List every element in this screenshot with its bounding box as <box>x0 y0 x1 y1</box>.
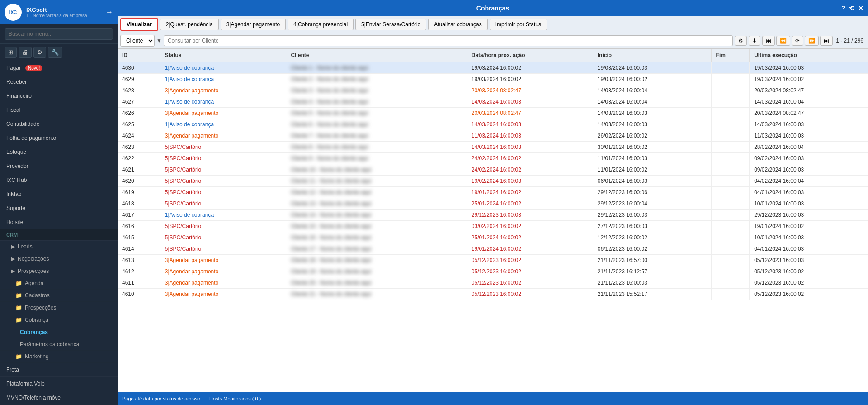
table-row[interactable]: 46133|Agendar pagamentoCliente 18 - Nome… <box>118 255 868 266</box>
sidebar-item-voip[interactable]: Plataforma Voip <box>0 377 118 391</box>
sidebar-item-provedor[interactable]: Provedor <box>0 159 118 173</box>
cell-status: 5|SPC/Cartório <box>160 164 286 176</box>
filter-download-icon[interactable]: ⬇ <box>749 36 760 46</box>
cell-cliente: Cliente 4 - Nome do cliente aqui <box>286 96 467 108</box>
table-row[interactable]: 46225|SPC/CartórioCliente 9 - Nome do cl… <box>118 153 868 164</box>
hotsite-label: Hotsite <box>6 219 23 225</box>
sidebar-item-negociacoes[interactable]: ▶ Negociações <box>0 253 118 265</box>
pag-first-button[interactable]: ⏮ <box>762 36 775 46</box>
help-icon[interactable]: ? <box>841 5 845 12</box>
table-row[interactable]: 46263|Agendar pagamentoCliente 5 - Nome … <box>118 108 868 119</box>
sidebar-item-cobracas[interactable]: Cobranças <box>0 326 118 338</box>
cell-fim <box>711 243 750 255</box>
pag-next-button[interactable]: ⏩ <box>805 36 819 46</box>
table-row[interactable]: 46171|Aviso de cobrançaCliente 14 - Nome… <box>118 210 868 221</box>
cell-fim <box>711 85 750 96</box>
sidebar-item-prospeccoes2[interactable]: 📁 Prospecções <box>0 302 118 314</box>
table-row[interactable]: 46195|SPC/CartórioCliente 12 - Nome do c… <box>118 187 868 198</box>
financeiro-label: Financeiro <box>6 93 32 99</box>
sidebar-item-hotsite[interactable]: Hotsite <box>0 215 118 229</box>
table-row[interactable]: 46291|Aviso de cobrançaCliente 2 - Nome … <box>118 74 868 85</box>
sidebar-item-suporte[interactable]: Suporte <box>0 201 118 215</box>
app-title: IXCsoft <box>26 6 87 13</box>
cell-id: 4629 <box>118 74 160 85</box>
pag-last-button[interactable]: ⏭ <box>820 36 833 46</box>
sidebar-item-pagar[interactable]: Pagar Novo! <box>0 61 118 75</box>
tab-atualizar-cobracas[interactable]: Atualizar cobranças <box>428 19 487 30</box>
search-input[interactable] <box>5 28 113 40</box>
cell-id: 4614 <box>118 243 160 255</box>
print-icon-button[interactable]: 🖨 <box>19 47 32 58</box>
cell-ultima: 05/12/2023 16:00:02 <box>750 266 868 277</box>
sidebar-item-leads[interactable]: ▶ Leads <box>0 241 118 253</box>
table-row[interactable]: 46283|Agendar pagamentoCliente 3 - Nome … <box>118 85 868 96</box>
filter-settings-icon[interactable]: ⚙ <box>735 36 747 46</box>
sidebar-item-receber[interactable]: Receber <box>0 75 118 89</box>
sidebar-item-marketing[interactable]: 📁 Marketing <box>0 351 118 363</box>
sidebar-item-parametros[interactable]: Parâmetros da cobrança <box>0 338 118 351</box>
table-row[interactable]: 46155|SPC/CartórioCliente 16 - Nome do c… <box>118 232 868 243</box>
cell-cliente: Cliente 6 - Nome do cliente aqui <box>286 119 467 130</box>
cell-data: 11/03/2024 16:00:03 <box>467 130 593 142</box>
table-row[interactable]: 46215|SPC/CartórioCliente 10 - Nome do c… <box>118 164 868 176</box>
cell-data: 20/03/2024 08:02:47 <box>467 85 593 96</box>
table-row[interactable]: 46113|Agendar pagamentoCliente 20 - Nome… <box>118 277 868 289</box>
negociacoes-label: Negociações <box>18 256 49 262</box>
table-row[interactable]: 46185|SPC/CartórioCliente 13 - Nome do c… <box>118 198 868 210</box>
pag-prev-button[interactable]: ⏪ <box>776 36 790 46</box>
table-row[interactable]: 46235|SPC/CartórioCliente 8 - Nome do cl… <box>118 142 868 153</box>
sidebar-item-mvno[interactable]: MVNO/Telefonia móvel <box>0 391 118 405</box>
sidebar-item-inmap[interactable]: InMap <box>0 187 118 201</box>
table-row[interactable]: 46251|Aviso de cobrançaCliente 6 - Nome … <box>118 119 868 130</box>
cell-inicio: 14/03/2024 16:00:04 <box>593 96 711 108</box>
sidebar-item-agenda[interactable]: 📁 Agenda <box>0 277 118 290</box>
cell-id: 4610 <box>118 289 160 300</box>
parametros-label: Parâmetros da cobrança <box>20 341 79 348</box>
table-row[interactable]: 46301|Aviso de cobrançaCliente 1 - Nome … <box>118 62 868 74</box>
filter-input[interactable] <box>164 35 733 46</box>
close-icon[interactable]: ✕ <box>858 5 863 12</box>
sidebar-item-estoque[interactable]: Estoque <box>0 145 118 159</box>
cell-cliente: Cliente 16 - Nome do cliente aqui <box>286 232 467 243</box>
sidebar-item-cobranca[interactable]: 📁 Cobrança <box>0 314 118 326</box>
refresh-icon[interactable]: ⟲ <box>849 5 854 12</box>
tab-quest-pendencia[interactable]: 2|Quest. pendência <box>160 19 219 30</box>
table-row[interactable]: 46123|Agendar pagamentoCliente 19 - Nome… <box>118 266 868 277</box>
cell-ultima: 14/03/2024 16:00:04 <box>750 96 868 108</box>
sidebar-arrow-icon[interactable]: → <box>106 8 113 16</box>
sidebar-item-cadastros[interactable]: 📁 Cadastros <box>0 290 118 302</box>
sidebar-item-financeiro[interactable]: Financeiro <box>0 89 118 103</box>
cell-fim <box>711 130 750 142</box>
sidebar-item-contabilidade[interactable]: Contabilidade <box>0 117 118 131</box>
cell-data: 19/01/2024 16:00:02 <box>467 187 593 198</box>
table-row[interactable]: 46205|SPC/CartórioCliente 11 - Nome do c… <box>118 176 868 187</box>
cell-inicio: 21/11/2023 16:57:00 <box>593 255 711 266</box>
grid-icon-button[interactable]: ⊞ <box>5 47 17 58</box>
pag-refresh-button[interactable]: ⟳ <box>792 36 803 46</box>
tab-enviar-serasa[interactable]: 5|Enviar Serasa/Cartório <box>355 19 426 30</box>
cell-fim <box>711 164 750 176</box>
cell-cliente: Cliente 9 - Nome do cliente aqui <box>286 153 467 164</box>
sidebar-item-prospeccoes[interactable]: ▶ Prospecções <box>0 265 118 277</box>
sidebar-item-folha[interactable]: Folha de pagamento <box>0 131 118 145</box>
tab-agendar-pagamento[interactable]: 3|Agendar pagamento <box>221 19 286 30</box>
cell-data: 14/03/2024 16:00:03 <box>467 119 593 130</box>
cell-ultima: 29/12/2023 16:00:03 <box>750 210 868 221</box>
wrench-icon-button[interactable]: 🔧 <box>48 47 62 58</box>
sidebar-item-ixchub[interactable]: IXC Hub <box>0 173 118 187</box>
sidebar-item-fiscal[interactable]: Fiscal <box>0 103 118 117</box>
table-row[interactable]: 46165|SPC/CartórioCliente 15 - Nome do c… <box>118 221 868 232</box>
settings-icon-button[interactable]: ⚙ <box>33 47 46 58</box>
tab-visualizar[interactable]: Visualizar <box>120 18 158 31</box>
tab-cobranca-presencial[interactable]: 4|Cobrança presencial <box>288 19 354 30</box>
expand-icon: ▶ <box>11 256 15 262</box>
cell-id: 4611 <box>118 277 160 289</box>
tab-imprimir-status[interactable]: Imprimir por Status <box>490 19 547 30</box>
table-row[interactable]: 46145|SPC/CartórioCliente 17 - Nome do c… <box>118 243 868 255</box>
table-row[interactable]: 46243|Agendar pagamentoCliente 7 - Nome … <box>118 130 868 142</box>
filter-select[interactable]: Cliente <box>120 35 155 47</box>
sidebar-item-frota[interactable]: Frota <box>0 363 118 377</box>
table-row[interactable]: 46103|Agendar pagamentoCliente 21 - Nome… <box>118 289 868 300</box>
cell-ultima: 19/03/2024 16:00:02 <box>750 74 868 85</box>
table-row[interactable]: 46271|Aviso de cobrançaCliente 4 - Nome … <box>118 96 868 108</box>
